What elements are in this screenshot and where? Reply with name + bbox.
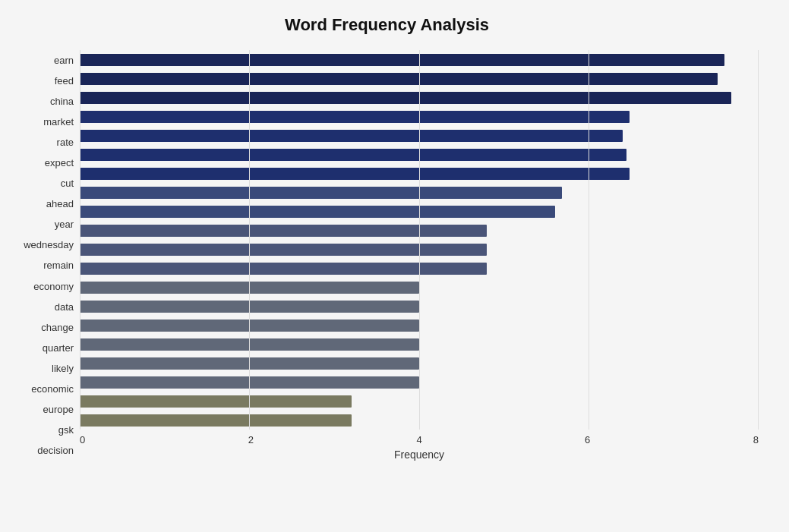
- y-axis-label: gsk: [15, 420, 74, 440]
- bar: [80, 282, 419, 294]
- x-tick: 8: [753, 434, 759, 445]
- bar: [80, 130, 623, 142]
- bar: [80, 92, 731, 104]
- bar-row: [80, 107, 759, 126]
- bar-row: [80, 259, 759, 278]
- y-axis-label: data: [15, 297, 74, 317]
- bar: [80, 414, 352, 427]
- chart-area: earnfeedchinamarketrateexpectcutaheadyea…: [15, 50, 759, 461]
- x-tick: 2: [248, 434, 254, 445]
- bar-row: [80, 221, 759, 240]
- bar: [80, 301, 419, 313]
- bars-section: 02468 Frequency: [80, 50, 759, 461]
- y-axis-label: economy: [15, 276, 74, 297]
- bar: [80, 168, 630, 180]
- y-axis-label: market: [15, 112, 74, 132]
- y-axis: earnfeedchinamarketrateexpectcutaheadyea…: [15, 50, 80, 461]
- bar-row: [80, 202, 759, 221]
- bar: [80, 111, 630, 123]
- x-tick: 6: [585, 434, 590, 445]
- y-axis-label: decision: [15, 440, 74, 461]
- bar-row: [80, 69, 759, 88]
- bar: [80, 73, 718, 85]
- bar: [80, 206, 555, 218]
- chart-container: Word Frequency Analysis earnfeedchinamar…: [0, 0, 789, 532]
- bar: [80, 244, 487, 256]
- bar: [80, 149, 626, 161]
- y-axis-label: wednesday: [15, 235, 74, 255]
- x-tick: 4: [416, 434, 421, 445]
- bar: [80, 320, 419, 332]
- bar-row: [80, 50, 759, 69]
- x-axis-label: Frequency: [80, 449, 759, 461]
- bar: [80, 54, 724, 66]
- y-axis-label: ahead: [15, 194, 74, 214]
- x-tick: 0: [80, 434, 85, 445]
- y-axis-label: year: [15, 214, 74, 235]
- bar: [80, 225, 487, 237]
- y-axis-label: likely: [15, 358, 74, 379]
- y-axis-label: europe: [15, 399, 74, 420]
- bar-row: [80, 126, 759, 145]
- y-axis-label: feed: [15, 71, 74, 91]
- chart-title: Word Frequency Analysis: [15, 15, 759, 35]
- bar-row: [80, 145, 759, 164]
- bar-row: [80, 297, 759, 316]
- x-axis: 02468: [80, 430, 759, 445]
- bar-row: [80, 278, 759, 297]
- bar-row: [80, 240, 759, 259]
- bar: [80, 376, 419, 389]
- bar: [80, 263, 487, 275]
- bar: [80, 395, 352, 408]
- bar-row: [80, 411, 759, 430]
- bar-row: [80, 373, 759, 392]
- y-axis-label: quarter: [15, 338, 74, 358]
- y-axis-label: expect: [15, 153, 74, 173]
- bar-row: [80, 354, 759, 373]
- bar: [80, 338, 419, 351]
- bar-row: [80, 164, 759, 183]
- y-axis-label: remain: [15, 255, 74, 275]
- y-axis-label: earn: [15, 50, 74, 71]
- bar: [80, 357, 419, 370]
- bar-row: [80, 183, 759, 202]
- y-axis-label: rate: [15, 132, 74, 153]
- y-axis-label: economic: [15, 379, 74, 399]
- bars-wrapper: [80, 50, 759, 430]
- bar-row: [80, 316, 759, 335]
- y-axis-label: cut: [15, 173, 74, 194]
- bar-row: [80, 88, 759, 107]
- y-axis-label: change: [15, 317, 74, 338]
- bar: [80, 187, 562, 199]
- bar-row: [80, 335, 759, 354]
- bar-row: [80, 392, 759, 411]
- y-axis-label: china: [15, 91, 74, 112]
